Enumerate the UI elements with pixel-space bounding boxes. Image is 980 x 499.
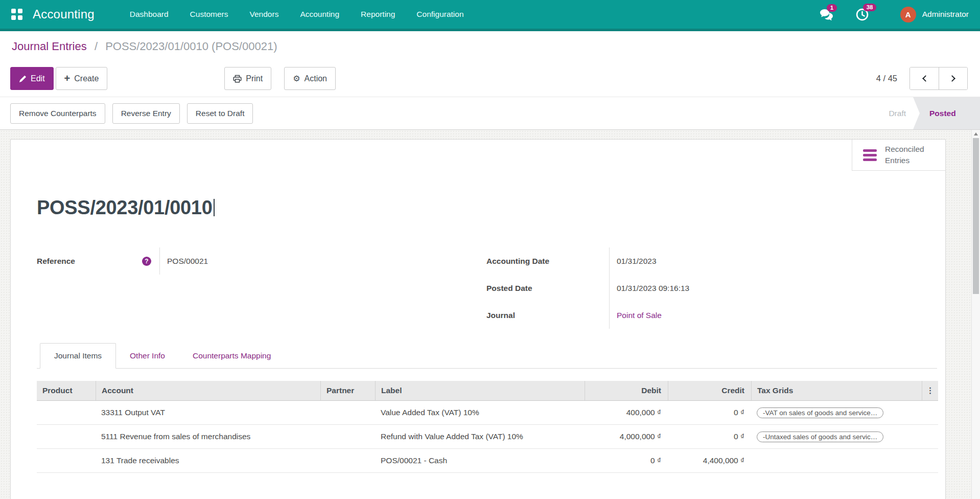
reference-value: POS/00021: [159, 247, 272, 275]
user-menu[interactable]: Administrator: [922, 10, 969, 19]
form-sheet: Reconciled Entries POSS/2023/01/0010 Ref…: [10, 139, 946, 499]
posted-date-value: 01/31/2023 09:16:13: [617, 275, 689, 302]
right-values: 01/31/2023 01/31/2023 09:16:13 Point of …: [609, 247, 689, 329]
tab-journal-items[interactable]: Journal Items: [40, 343, 116, 369]
cell-partner: [320, 449, 375, 472]
cell-partner: [320, 425, 375, 448]
pager-count[interactable]: 4 / 45: [876, 74, 897, 83]
print-button[interactable]: Print: [224, 67, 271, 90]
control-panel: Edit + Create Print ⚙ Action 4 / 45: [0, 60, 980, 97]
reference-field: Reference ? POS/00021: [37, 247, 486, 275]
activities-button[interactable]: 38: [856, 8, 869, 21]
app-title[interactable]: Accounting: [33, 7, 95, 21]
header-account[interactable]: Account: [96, 381, 320, 400]
apps-grid-icon[interactable]: [11, 9, 22, 20]
cell-debit: 400,000 ₫: [585, 401, 668, 424]
header-partner[interactable]: Partner: [320, 381, 375, 400]
header-tax-grids[interactable]: Tax Grids: [751, 381, 922, 400]
menu-configuration[interactable]: Configuration: [406, 0, 474, 29]
reverse-entry-button[interactable]: Reverse Entry: [112, 103, 180, 124]
create-button[interactable]: + Create: [56, 67, 108, 90]
menu-vendors[interactable]: Vendors: [239, 0, 290, 29]
journal-value-link[interactable]: Point of Sale: [617, 311, 662, 320]
cell-product: [37, 401, 96, 424]
text-caret: [214, 199, 215, 216]
optional-columns-icon[interactable]: ⋮: [922, 381, 938, 400]
cell-label: Value Added Tax (VAT) 10%: [375, 401, 585, 424]
activities-badge: 38: [863, 4, 877, 11]
breadcrumb: Journal Entries / POSS/2023/01/0010 (POS…: [0, 31, 980, 60]
accounting-date-label: Accounting Date: [486, 247, 609, 275]
menu-dashboard[interactable]: Dashboard: [119, 0, 179, 29]
cell-debit: 4,000,000 ₫: [585, 425, 668, 448]
reset-to-draft-button[interactable]: Reset to Draft: [187, 103, 253, 124]
accounting-date-value: 01/31/2023: [617, 247, 689, 275]
table-row[interactable]: 33311 Output VAT Value Added Tax (VAT) 1…: [37, 401, 938, 425]
pager-buttons: [909, 67, 968, 90]
edit-button[interactable]: Edit: [10, 67, 54, 90]
posted-date-label: Posted Date: [486, 275, 609, 302]
menu-accounting[interactable]: Accounting: [289, 0, 350, 29]
top-navbar: Accounting Dashboard Customers Vendors A…: [0, 0, 980, 31]
remove-counterparts-button[interactable]: Remove Counterparts: [10, 103, 105, 124]
menu-reporting[interactable]: Reporting: [350, 0, 406, 29]
help-icon[interactable]: ?: [142, 257, 151, 266]
bars-icon: [863, 149, 877, 161]
pager: 4 / 45: [876, 67, 968, 90]
chevron-left-icon: [922, 75, 929, 82]
pencil-icon: [19, 75, 27, 82]
navbar-right: 1 38 A Administrator: [797, 7, 969, 22]
main-menu: Dashboard Customers Vendors Accounting R…: [119, 0, 475, 29]
field-groups: Reference ? POS/00021 Accounting Date Po…: [37, 247, 937, 329]
chevron-right-icon: [949, 75, 955, 82]
header-credit[interactable]: Credit: [668, 381, 751, 400]
status-draft[interactable]: Draft: [889, 109, 906, 118]
action-button[interactable]: ⚙ Action: [284, 67, 336, 90]
table-row[interactable]: 5111 Revenue from sales of merchandises …: [37, 425, 938, 449]
cell-credit: 0 ₫: [668, 425, 751, 448]
cell-credit: 0 ₫: [668, 401, 751, 424]
table-row[interactable]: 131 Trade receivables POS/00021 - Cash 0…: [37, 449, 938, 473]
field-group-right: Accounting Date Posted Date Journal 01/3…: [486, 247, 937, 329]
tab-counterparts-mapping[interactable]: Counterparts Mapping: [179, 344, 285, 368]
status-posted[interactable]: Posted: [913, 97, 980, 129]
breadcrumb-current: POSS/2023/01/0010 (POS/00021): [105, 40, 277, 53]
header-label[interactable]: Label: [375, 381, 585, 400]
cell-product: [37, 425, 96, 448]
menu-customers[interactable]: Customers: [179, 0, 239, 29]
cell-account: 131 Trade receivables: [96, 449, 320, 472]
record-title: POSS/2023/01/0010: [37, 197, 213, 218]
status-widget: Draft Posted: [889, 97, 980, 129]
cell-debit: 0 ₫: [585, 449, 668, 472]
tax-grid-tag: -Untaxed sales of goods and servic…: [757, 432, 883, 442]
scrollbar-thumb[interactable]: [973, 138, 979, 294]
user-avatar[interactable]: A: [900, 7, 916, 22]
journal-label: Journal: [486, 302, 609, 329]
messages-button[interactable]: 1: [820, 9, 833, 20]
breadcrumb-separator: /: [95, 40, 98, 53]
tab-other-info[interactable]: Other Info: [116, 344, 179, 368]
vertical-scrollbar[interactable]: [971, 130, 980, 499]
reference-label: Reference ?: [37, 257, 159, 266]
pager-next-button[interactable]: [939, 67, 967, 89]
form-view-background: Reconciled Entries POSS/2023/01/0010 Ref…: [0, 130, 980, 499]
scrollbar-up-arrow[interactable]: [972, 130, 980, 138]
journal-items-table: Product Account Partner Label Debit Cred…: [37, 381, 938, 473]
pager-previous-button[interactable]: [910, 67, 939, 89]
header-debit[interactable]: Debit: [585, 381, 668, 400]
header-product[interactable]: Product: [37, 381, 96, 400]
title-block: POSS/2023/01/0010: [37, 197, 937, 219]
cell-partner: [320, 401, 375, 424]
cell-credit: 4,400,000 ₫: [668, 449, 751, 472]
breadcrumb-journal-entries[interactable]: Journal Entries: [12, 40, 87, 53]
cell-product: [37, 449, 96, 472]
form-statusbar: Remove Counterparts Reverse Entry Reset …: [0, 97, 980, 130]
tax-grid-tag: -VAT on sales of goods and service…: [757, 407, 883, 418]
printer-icon: [233, 75, 242, 83]
cell-label: POS/00021 - Cash: [375, 449, 585, 472]
right-labels: Accounting Date Posted Date Journal: [486, 247, 609, 329]
cell-label: Refund with Value Added Tax (VAT) 10%: [375, 425, 585, 448]
messages-badge: 1: [827, 4, 837, 12]
reconciled-entries-button[interactable]: Reconciled Entries: [852, 140, 945, 171]
notebook-tabs: Journal Items Other Info Counterparts Ma…: [37, 343, 937, 369]
